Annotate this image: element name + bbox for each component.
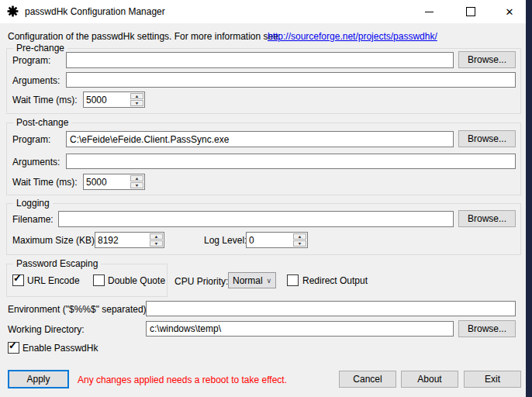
down-arrow-icon: ▼ <box>135 101 140 105</box>
apply-button[interactable]: Apply <box>8 370 69 388</box>
pre-program-label: Program: <box>12 55 50 66</box>
log-max-size-input[interactable] <box>95 233 149 247</box>
spinner-down-button[interactable]: ▼ <box>130 182 143 188</box>
environment-label: Environment ("$%%$" separated): <box>8 304 149 315</box>
pre-arguments-input[interactable] <box>66 72 516 88</box>
pre-program-browse-button[interactable]: Browse... <box>458 51 516 68</box>
log-filename-label: Filename: <box>12 214 54 225</box>
browse-button-label: Browse... <box>468 54 506 65</box>
spinner-up-button[interactable]: ▲ <box>150 233 163 240</box>
about-button-label: About <box>417 374 441 385</box>
enable-passwdhk-label: Enable PasswdHk <box>22 343 98 354</box>
spinner-down-button[interactable]: ▼ <box>130 100 143 106</box>
post-program-browse-button[interactable]: Browse... <box>458 130 516 147</box>
down-arrow-icon: ▼ <box>298 241 302 245</box>
post-program-input[interactable] <box>66 131 454 147</box>
spinner-down-button[interactable]: ▼ <box>150 240 163 247</box>
browse-button-label: Browse... <box>468 213 506 224</box>
pre-wait-time-input[interactable] <box>84 92 130 107</box>
minimize-button[interactable] <box>411 0 447 23</box>
spinner-up-button[interactable]: ▲ <box>130 175 143 181</box>
post-arguments-input[interactable] <box>66 154 516 169</box>
close-button[interactable]: ✕ <box>493 0 526 23</box>
logging-group-title: Logging <box>13 198 53 209</box>
cpu-priority-value: Normal <box>233 275 263 286</box>
enable-passwdhk-checkbox[interactable]: ✓ <box>8 342 19 354</box>
down-arrow-icon: ▼ <box>154 241 159 245</box>
passwdhk-config-window: passwdHk Configuration Manager ✕ Configu… <box>0 0 532 397</box>
maximize-button[interactable] <box>453 0 489 23</box>
spinner-buttons: ▲ ▼ <box>130 174 144 189</box>
pre-change-group-title: Pre-change <box>13 43 67 54</box>
log-level-spinner[interactable]: ▲ ▼ <box>246 232 308 248</box>
post-wait-time-spinner[interactable]: ▲ ▼ <box>83 174 145 190</box>
log-max-size-label: Maximum Size (KB): <box>12 235 97 246</box>
spinner-up-button[interactable]: ▲ <box>293 233 306 240</box>
pre-wait-time-spinner[interactable]: ▲ ▼ <box>83 91 145 108</box>
working-directory-browse-button[interactable]: Browse... <box>458 320 516 337</box>
maximize-icon <box>466 7 475 16</box>
post-wait-time-input[interactable] <box>84 174 130 189</box>
app-gear-icon <box>7 5 19 19</box>
up-arrow-icon: ▲ <box>135 176 140 180</box>
redirect-output-checkbox[interactable]: ✓ <box>287 274 299 286</box>
cpu-priority-dropdown[interactable]: Normal ∨ <box>228 272 276 288</box>
working-directory-input[interactable] <box>146 321 454 337</box>
post-arguments-label: Arguments: <box>12 157 60 167</box>
log-filename-input[interactable] <box>58 211 454 227</box>
info-text: Configuration of the passwdHk settings. … <box>8 31 281 42</box>
environment-input[interactable] <box>146 301 516 316</box>
pre-wait-time-label: Wait Time (ms): <box>12 95 78 105</box>
post-program-label: Program: <box>12 134 50 145</box>
chevron-down-icon: ∨ <box>266 277 271 285</box>
browse-button-label: Browse... <box>468 323 506 334</box>
close-icon: ✕ <box>506 7 514 17</box>
cpu-priority-label: CPU Priority: <box>174 276 228 287</box>
post-change-group-title: Post-change <box>13 117 71 128</box>
check-icon: ✓ <box>9 340 17 351</box>
log-level-input[interactable] <box>247 233 292 247</box>
check-icon: ✓ <box>13 272 22 284</box>
reboot-note: Any changes applied needs a reboot to ta… <box>78 375 287 385</box>
browse-button-label: Browse... <box>468 133 506 144</box>
down-arrow-icon: ▼ <box>135 183 140 187</box>
pre-arguments-label: Arguments: <box>12 75 60 86</box>
log-level-label: Log Level: <box>204 235 247 246</box>
spinner-buttons: ▲ ▼ <box>292 233 307 247</box>
post-wait-time-label: Wait Time (ms): <box>12 177 78 188</box>
up-arrow-icon: ▲ <box>135 94 140 98</box>
cancel-button-label: Cancel <box>353 374 382 385</box>
sourceforge-link[interactable]: http://sourceforge.net/projects/passwdhk… <box>268 31 437 42</box>
up-arrow-icon: ▲ <box>154 234 159 238</box>
background-window-edge <box>526 0 532 397</box>
up-arrow-icon: ▲ <box>298 234 302 238</box>
title-bar: passwdHk Configuration Manager ✕ <box>0 0 526 23</box>
minimize-icon <box>425 12 434 12</box>
spinner-buttons: ▲ ▼ <box>149 233 164 247</box>
url-encode-label: URL Encode <box>27 275 80 286</box>
double-quote-checkbox[interactable]: ✓ <box>93 274 105 286</box>
exit-button[interactable]: Exit <box>464 371 521 388</box>
log-filename-browse-button[interactable]: Browse... <box>458 210 516 227</box>
redirect-output-label: Redirect Output <box>302 275 368 286</box>
spinner-up-button[interactable]: ▲ <box>130 93 143 99</box>
spinner-down-button[interactable]: ▼ <box>293 240 306 247</box>
url-encode-checkbox[interactable]: ✓ <box>12 274 24 286</box>
double-quote-label: Double Quote <box>108 275 165 286</box>
log-max-size-spinner[interactable]: ▲ ▼ <box>95 232 164 248</box>
working-directory-label: Working Directory: <box>8 324 84 335</box>
pre-program-input[interactable] <box>66 52 454 68</box>
apply-button-label: Apply <box>26 374 50 385</box>
cancel-button[interactable]: Cancel <box>339 371 396 388</box>
password-escaping-group-title: Password Escaping <box>13 258 101 269</box>
exit-button-label: Exit <box>485 374 500 385</box>
about-button[interactable]: About <box>401 371 458 388</box>
spinner-buttons: ▲ ▼ <box>130 92 144 107</box>
window-title: passwdHk Configuration Manager <box>25 6 165 17</box>
